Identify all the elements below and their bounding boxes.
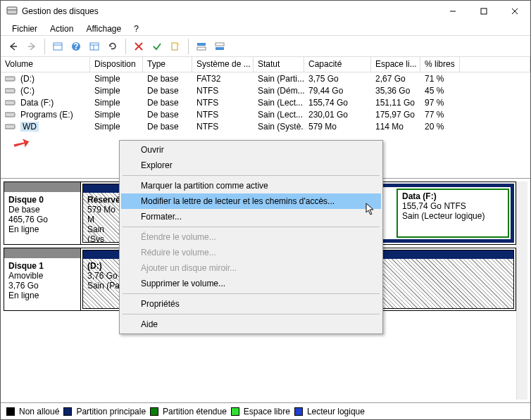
- disk-label-0[interactable]: Disque 0 De base 465,76 Go En ligne: [4, 182, 81, 245]
- legend-sw-libre: [231, 407, 239, 416]
- part-status: Sain (Lecteur logique): [402, 211, 485, 221]
- context-menu: Ouvrir Explorer Marquer la partition com…: [119, 140, 383, 334]
- view-top-button[interactable]: [193, 38, 210, 55]
- col-systeme[interactable]: Système de ...: [192, 57, 254, 72]
- legend: Non alloué Partition principale Partitio…: [1, 402, 530, 419]
- ctx-proprietes[interactable]: Propriétés: [121, 296, 381, 312]
- table-row[interactable]: (C:) Simple De base NTFS Sain (Dém... 79…: [1, 84, 530, 96]
- table-row[interactable]: (D:) Simple De base FAT32 Sain (Parti...…: [1, 72, 530, 84]
- svg-rect-8: [54, 43, 62, 50]
- svg-rect-18: [197, 43, 206, 46]
- cell: 151,11 Go: [371, 98, 420, 108]
- vertical-scrollbar[interactable]: [516, 182, 527, 400]
- view2-button[interactable]: [86, 38, 103, 55]
- drive-icon: [5, 98, 16, 107]
- table-row[interactable]: Data (F:) Simple De base NTFS Sain (Lect…: [1, 96, 530, 108]
- toolbar: ?: [1, 36, 530, 57]
- cell: De base: [143, 86, 192, 96]
- volume-name: (C:): [20, 86, 35, 96]
- cell: De base: [143, 122, 192, 132]
- cell: 35,36 Go: [371, 86, 420, 96]
- toolbar-sep: [44, 39, 45, 54]
- legend-label: Espace libre: [244, 407, 290, 416]
- disk-size: 3,76 Go: [8, 281, 39, 291]
- legend-sw-etendue: [150, 407, 158, 416]
- cell: 2,67 Go: [371, 74, 420, 84]
- view-bottom-button[interactable]: [211, 38, 228, 55]
- col-libres[interactable]: % libres: [420, 57, 460, 72]
- svg-rect-23: [5, 89, 15, 93]
- delete-button[interactable]: [130, 38, 147, 55]
- menubar: Fichier Action Affichage ?: [1, 22, 530, 36]
- close-button[interactable]: [499, 1, 530, 22]
- help-button[interactable]: ?: [68, 38, 85, 55]
- new-button[interactable]: [167, 38, 184, 55]
- cell: 114 Mo: [371, 122, 420, 132]
- partition-data-f[interactable]: Data (F:) 155,74 Go NTFS Sain (Lecteur l…: [396, 189, 509, 238]
- col-type[interactable]: Type: [143, 57, 192, 72]
- cell: Sain (Lect...: [254, 98, 304, 108]
- ctx-sep: [123, 175, 380, 176]
- menu-help[interactable]: ?: [128, 23, 144, 35]
- cell: Simple: [90, 98, 143, 108]
- cell: 79,44 Go: [304, 86, 371, 96]
- cell: Simple: [90, 86, 143, 96]
- svg-rect-17: [172, 43, 177, 50]
- ctx-modifier-lettre[interactable]: Modifier la lettre de lecteur et les che…: [121, 193, 381, 209]
- legend-label: Non alloué: [19, 407, 59, 416]
- refresh-button[interactable]: [104, 38, 121, 55]
- ctx-formater[interactable]: Formater...: [121, 209, 381, 224]
- ctx-marquer[interactable]: Marquer la partition comme active: [121, 178, 381, 193]
- col-volume[interactable]: Volume: [1, 57, 90, 72]
- disk-management-window: Gestion des disques Fichier Action Affic…: [0, 0, 531, 420]
- back-button[interactable]: [5, 38, 22, 55]
- ctx-sep: [123, 314, 380, 314]
- menu-action[interactable]: Action: [44, 23, 79, 35]
- maximize-button[interactable]: [468, 1, 499, 22]
- table-row-selected[interactable]: WD Simple De base NTFS Sain (Systè... 57…: [1, 120, 530, 132]
- col-statut[interactable]: Statut: [254, 57, 304, 72]
- cell: Simple: [90, 122, 143, 132]
- cell: NTFS: [192, 122, 254, 132]
- svg-rect-26: [5, 125, 15, 129]
- menu-affichage[interactable]: Affichage: [80, 23, 127, 35]
- view1-button[interactable]: [49, 38, 66, 55]
- cell: NTFS: [192, 86, 254, 96]
- volume-name: Data (F:): [20, 98, 54, 108]
- col-capacite[interactable]: Capacité: [304, 57, 371, 72]
- cell: De base: [143, 98, 192, 108]
- svg-rect-1: [7, 7, 17, 10]
- col-extra[interactable]: [460, 57, 530, 72]
- disk-type: De base: [8, 205, 40, 215]
- cell: 77 %: [420, 110, 460, 120]
- ctx-ouvrir[interactable]: Ouvrir: [121, 142, 381, 158]
- check-button[interactable]: [149, 38, 165, 55]
- legend-label: Partition étendue: [163, 407, 227, 416]
- part-name: Réservé: [87, 195, 120, 205]
- legend-sw-nonalloue: [6, 407, 15, 416]
- legend-sw-logique: [294, 407, 303, 416]
- ctx-miroir: Ajouter un disque miroir...: [121, 260, 381, 276]
- part-name: (D:): [87, 261, 102, 271]
- ctx-explorer[interactable]: Explorer: [121, 158, 381, 173]
- menu-fichier[interactable]: Fichier: [6, 23, 43, 35]
- forward-button[interactable]: [23, 38, 40, 55]
- ctx-sep: [123, 227, 380, 227]
- col-espace[interactable]: Espace li...: [371, 57, 420, 72]
- col-disposition[interactable]: Disposition: [90, 57, 143, 72]
- table-row[interactable]: Programs (E:) Simple De base NTFS Sain (…: [1, 108, 530, 120]
- ctx-aide[interactable]: Aide: [121, 317, 381, 332]
- cell: 175,97 Go: [371, 110, 420, 120]
- ctx-supprimer[interactable]: Supprimer le volume...: [121, 276, 381, 291]
- ctx-reduire: Réduire le volume...: [121, 245, 381, 260]
- disk-label-1[interactable]: Disque 1 Amovible 3,76 Go En ligne: [4, 248, 81, 311]
- legend-sw-principale: [63, 407, 72, 416]
- svg-rect-24: [5, 101, 15, 105]
- cell: 3,75 Go: [304, 74, 371, 84]
- minimize-button[interactable]: [437, 1, 468, 22]
- cell: Sain (Dém...: [254, 86, 304, 96]
- cell: 230,01 Go: [304, 110, 371, 120]
- svg-rect-20: [215, 43, 224, 46]
- partition-reserved[interactable]: Réservé 579 Mo M Sain (Sys: [82, 184, 121, 243]
- cell: De base: [143, 74, 192, 84]
